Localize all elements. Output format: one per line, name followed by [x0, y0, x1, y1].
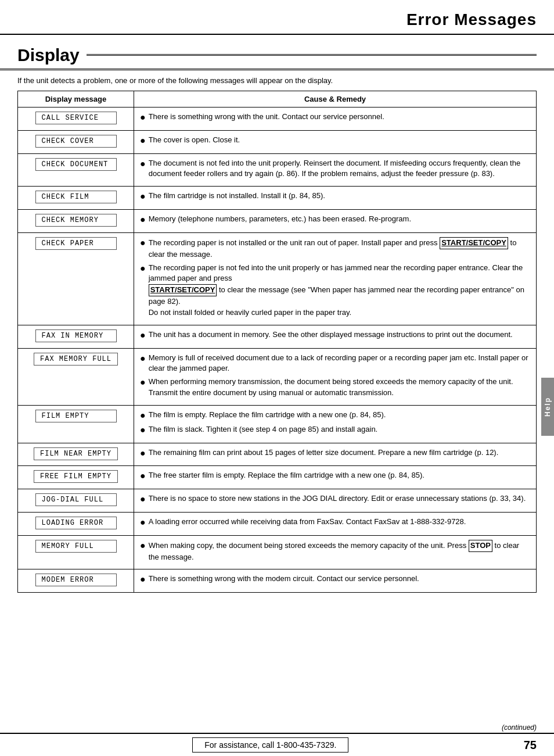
cause-item: ●A loading error occurred while receivin…: [140, 517, 530, 529]
message-box: CHECK COVER: [35, 135, 117, 148]
cause-cell: ●There is something wrong with the unit.…: [134, 108, 537, 131]
bullet-dot: ●: [140, 158, 146, 170]
cause-text: There is something wrong with the modem …: [149, 574, 530, 585]
cause-item: ●When making copy, the document being st…: [140, 540, 530, 563]
cause-cell: ●The recording paper is not installed or…: [134, 232, 537, 325]
message-cell: CHECK PAPER: [18, 232, 134, 325]
message-box: FAX MEMORY FULL: [34, 353, 118, 366]
table-row: FAX IN MEMORY●The unit has a document in…: [18, 325, 537, 348]
table-row: FILM NEAR EMPTY●The remaining film can p…: [18, 443, 537, 466]
cause-text: The film is empty. Replace the film cart…: [149, 410, 530, 421]
button-ref: START/SET/COPY: [440, 237, 508, 249]
footer-assist-area: For assistance, call 1-800-435-7329.: [17, 737, 524, 753]
bullet-dot: ●: [140, 410, 146, 422]
cause-text: When performing memory transmission, the…: [149, 377, 530, 399]
cause-text: The recording paper is not fed into the …: [149, 263, 530, 318]
bullet-dot: ●: [140, 135, 146, 147]
cause-cell: ●There is something wrong with the modem…: [134, 569, 537, 593]
page-title: Error Messages: [17, 10, 537, 29]
table-row: JOG-DIAL FULL●There is no space to store…: [18, 489, 537, 513]
message-cell: FAX MEMORY FULL: [18, 348, 134, 405]
table-row: CHECK COVER●The cover is open. Close it.: [18, 130, 537, 153]
help-tab-label: Help: [544, 397, 552, 417]
col-header-cause: Cause & Remedy: [134, 91, 537, 108]
cause-cell: ●The document is not fed into the unit p…: [134, 153, 537, 187]
bullet-dot: ●: [140, 329, 146, 342]
table-row: CHECK FILM●The film cartridge is not ins…: [18, 187, 537, 210]
message-cell: JOG-DIAL FULL: [18, 489, 134, 513]
cause-text: The film is slack. Tighten it (see step …: [149, 424, 530, 435]
cause-item: ●There is something wrong with the modem…: [140, 574, 530, 586]
bullet-dot: ●: [140, 493, 146, 506]
cause-item: ●The document is not fed into the unit p…: [140, 158, 530, 180]
cause-item: ●The cover is open. Close it.: [140, 135, 530, 147]
cause-text: The cover is open. Close it.: [149, 135, 530, 146]
cause-text: The remaining film can print about 15 pa…: [149, 447, 530, 458]
message-cell: FILM NEAR EMPTY: [18, 443, 134, 466]
table-row: MEMORY FULL●When making copy, the docume…: [18, 535, 537, 569]
cause-cell: ●The film is empty. Replace the film car…: [134, 405, 537, 443]
cause-cell: ●The unit has a document in memory. See …: [134, 325, 537, 348]
message-box: CALL SERVICE: [35, 112, 117, 124]
message-box: JOG-DIAL FULL: [35, 493, 117, 506]
cause-item: ●The free starter film is empty. Replace…: [140, 470, 530, 482]
cause-cell: ●A loading error occurred while receivin…: [134, 512, 537, 535]
message-cell: FILM EMPTY: [18, 405, 134, 443]
message-cell: FAX IN MEMORY: [18, 325, 134, 348]
cause-text: The recording paper is not installed or …: [149, 237, 530, 260]
bullet-dot: ●: [140, 447, 146, 460]
col-header-display: Display message: [18, 91, 134, 108]
table-row: CHECK DOCUMENT●The document is not fed i…: [18, 153, 537, 187]
message-cell: CHECK COVER: [18, 130, 134, 153]
bullet-dot: ●: [140, 237, 146, 249]
cause-item: ●There is no space to store new stations…: [140, 493, 530, 506]
message-cell: FREE FILM EMPTY: [18, 466, 134, 489]
table-row: MODEM ERROR●There is something wrong wit…: [18, 569, 537, 593]
bullet-dot: ●: [140, 470, 146, 482]
cause-text: When making copy, the document being sto…: [149, 540, 530, 563]
cause-text: The unit has a document in memory. See t…: [149, 329, 530, 341]
message-cell: MEMORY FULL: [18, 535, 134, 569]
bullet-dot: ●: [140, 517, 146, 529]
footer-page-number: 75: [524, 739, 537, 752]
message-box: FAX IN MEMORY: [35, 329, 117, 342]
continued-label: (continued): [502, 723, 537, 732]
cause-text: The document is not fed into the unit pr…: [149, 158, 530, 180]
message-box: CHECK PAPER: [35, 237, 117, 250]
cause-cell: ●Memory (telephone numbers, parameters, …: [134, 210, 537, 233]
message-box: MODEM ERROR: [35, 574, 117, 586]
section-title-line: [87, 54, 537, 56]
cause-cell: ●The cover is open. Close it.: [134, 130, 537, 153]
bullet-dot: ●: [140, 191, 146, 203]
cause-cell: ●There is no space to store new stations…: [134, 489, 537, 513]
bullet-dot: ●: [140, 263, 146, 275]
table-row: CHECK PAPER●The recording paper is not i…: [18, 232, 537, 325]
cause-text: The free starter film is empty. Replace …: [149, 470, 530, 481]
message-cell: CHECK MEMORY: [18, 210, 134, 233]
cause-item: ●The recording paper is not fed into the…: [140, 263, 530, 318]
button-ref: STOP: [469, 540, 492, 552]
cause-cell: ●The remaining film can print about 15 p…: [134, 443, 537, 466]
cause-item: ●There is something wrong with the unit.…: [140, 112, 530, 124]
button-ref: START/SET/COPY: [149, 284, 217, 296]
bullet-dot: ●: [140, 353, 146, 365]
cause-item: ●The film is empty. Replace the film car…: [140, 410, 530, 422]
footer-assist-box: For assistance, call 1-800-435-7329.: [192, 737, 348, 753]
cause-cell: ●When making copy, the document being st…: [134, 535, 537, 569]
cause-item: ●The film cartridge is not installed. In…: [140, 191, 530, 203]
cause-item: ●Memory is full of received document due…: [140, 353, 530, 375]
message-cell: CHECK DOCUMENT: [18, 153, 134, 187]
table-row: FILM EMPTY●The film is empty. Replace th…: [18, 405, 537, 443]
section-title-area: Display: [0, 35, 554, 70]
table-row: FAX MEMORY FULL●Memory is full of receiv…: [18, 348, 537, 405]
cause-text: Memory is full of received document due …: [149, 353, 530, 375]
bullet-dot: ●: [140, 214, 146, 226]
cause-text: There is something wrong with the unit. …: [149, 112, 530, 123]
cause-item: ●The recording paper is not installed or…: [140, 237, 530, 260]
bullet-dot: ●: [140, 540, 146, 552]
cause-item: ●When performing memory transmission, th…: [140, 377, 530, 399]
cause-item: ●Memory (telephone numbers, parameters, …: [140, 214, 530, 226]
message-cell: MODEM ERROR: [18, 569, 134, 593]
message-cell: CHECK FILM: [18, 187, 134, 210]
intro-text: If the unit detects a problem, one or mo…: [0, 70, 554, 91]
